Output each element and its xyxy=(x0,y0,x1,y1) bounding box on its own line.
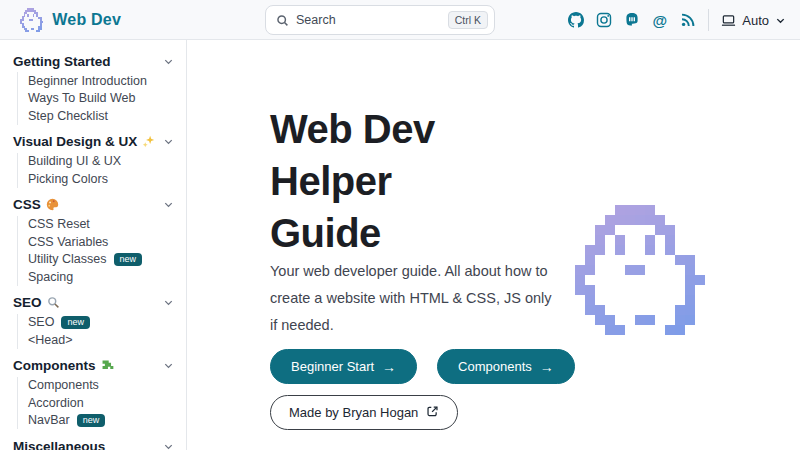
chevron-down-icon[interactable] xyxy=(163,360,174,371)
sidebar-item[interactable]: Building UI & UX xyxy=(18,153,174,171)
mastodon-icon[interactable] xyxy=(623,12,640,29)
sidebar-section: CSSCSS ResetCSS VariablesUtility Classes… xyxy=(13,194,174,286)
external-link-icon xyxy=(426,405,439,420)
button-label: Made by Bryan Hogan xyxy=(289,405,418,420)
sidebar-item[interactable]: CSS Reset xyxy=(18,216,174,234)
section-label: Visual Design & UX xyxy=(13,134,137,149)
sidebar-section-items: Beginner IntroductionWays To Build WebSt… xyxy=(17,72,174,125)
sidebar-section-title[interactable]: Getting Started xyxy=(13,50,174,72)
site-logo[interactable]: Web Dev xyxy=(20,0,121,40)
chevron-down-icon[interactable] xyxy=(163,441,174,450)
main-content: Web Dev Helper Guide Your web developer … xyxy=(187,40,800,450)
sidebar-section-items: SEOnew<Head> xyxy=(17,314,174,349)
header-divider xyxy=(708,9,709,31)
header-right: @ Auto xyxy=(567,0,786,40)
sidebar-section: SEOSEOnew<Head> xyxy=(13,292,174,349)
sidebar-item[interactable]: Picking Colors xyxy=(18,170,174,188)
puzzle-icon xyxy=(101,359,114,372)
sidebar-item[interactable]: Step Checklist xyxy=(18,107,174,125)
sidebar-item[interactable]: SEOnew xyxy=(18,314,174,332)
search-shortcut: Ctrl K xyxy=(448,11,488,29)
sidebar-section-title[interactable]: Visual Design & UX xyxy=(13,131,174,153)
social-links: @ xyxy=(567,12,696,29)
arrow-right-icon: → xyxy=(382,360,396,374)
section-label: Getting Started xyxy=(13,54,111,69)
new-badge: new xyxy=(114,253,143,266)
sidebar-item-label: CSS Reset xyxy=(28,217,90,231)
sidebar-item-label: Accordion xyxy=(28,396,84,410)
instagram-icon[interactable] xyxy=(595,12,612,29)
page-title: Web Dev Helper Guide xyxy=(270,103,435,259)
hero-buttons-primary: Beginner Start→Components→ xyxy=(270,349,575,384)
sidebar-item-label: Picking Colors xyxy=(28,172,108,186)
hero-tagline: Your web developer guide. All about how … xyxy=(270,258,562,339)
sidebar-item-label: Step Checklist xyxy=(28,109,108,123)
threads-icon[interactable]: @ xyxy=(651,12,668,29)
theme-toggle[interactable]: Auto xyxy=(721,13,786,28)
search-icon xyxy=(276,14,289,27)
sidebar-section-items: CSS ResetCSS VariablesUtility Classesnew… xyxy=(17,216,174,286)
sidebar-item-label: Building UI & UX xyxy=(28,154,121,168)
sidebar-item[interactable]: Beginner Introduction xyxy=(18,72,174,90)
pixel-penguin-mascot xyxy=(575,205,705,335)
beginner-start-button[interactable]: Beginner Start→ xyxy=(270,349,417,384)
sidebar-item-label: Spacing xyxy=(28,270,73,284)
magnifier-icon xyxy=(47,296,60,309)
sidebar-item-label: NavBar xyxy=(28,413,70,427)
palette-icon xyxy=(46,198,59,211)
sidebar-item-label: <Head> xyxy=(28,333,72,347)
rss-icon[interactable] xyxy=(679,12,696,29)
sidebar-item[interactable]: <Head> xyxy=(18,331,174,349)
arrow-right-icon: → xyxy=(540,360,554,374)
sidebar-item-label: SEO xyxy=(28,315,54,329)
site-title: Web Dev xyxy=(52,11,121,29)
sidebar-item[interactable]: Utility Classesnew xyxy=(18,251,174,269)
search-placeholder: Search xyxy=(296,13,441,27)
github-icon[interactable] xyxy=(567,12,584,29)
header: Web Dev Search Ctrl K @ Auto xyxy=(0,0,800,40)
sidebar-item-label: Components xyxy=(28,378,99,392)
sidebar-section-title[interactable]: CSS xyxy=(13,194,174,216)
laptop-icon xyxy=(721,13,736,28)
sparkles-icon xyxy=(142,135,155,148)
sidebar-item[interactable]: Accordion xyxy=(18,394,174,412)
hero-buttons-secondary: Made by Bryan Hogan xyxy=(270,395,458,430)
chevron-down-icon[interactable] xyxy=(163,136,174,147)
search-input[interactable]: Search Ctrl K xyxy=(265,5,495,35)
new-badge: new xyxy=(61,316,90,329)
sidebar-section-title[interactable]: SEO xyxy=(13,292,174,314)
sidebar-section-title[interactable]: Components xyxy=(13,355,174,377)
title-line-3: Guide xyxy=(270,207,435,259)
theme-label: Auto xyxy=(742,13,769,28)
sidebar-item[interactable]: NavBarnew xyxy=(18,412,174,430)
sidebar-item[interactable]: Spacing xyxy=(18,268,174,286)
chevron-down-icon[interactable] xyxy=(163,297,174,308)
button-label: Beginner Start xyxy=(291,359,374,374)
sidebar-item[interactable]: Components xyxy=(18,377,174,395)
section-label: Components xyxy=(13,358,96,373)
chevron-down-icon[interactable] xyxy=(163,199,174,210)
sidebar-section: Visual Design & UXBuilding UI & UXPickin… xyxy=(13,131,174,188)
sidebar-section: ComponentsComponentsAccordionNavBarnew xyxy=(13,355,174,430)
sidebar-item-label: Ways To Build Web xyxy=(28,91,135,105)
made-by-bryan-hogan-button[interactable]: Made by Bryan Hogan xyxy=(270,395,458,430)
sidebar-section-title[interactable]: Miscellaneous xyxy=(13,435,174,450)
sidebar: Getting StartedBeginner IntroductionWays… xyxy=(0,40,187,450)
section-label: SEO xyxy=(13,295,42,310)
title-line-2: Helper xyxy=(270,155,435,207)
button-label: Components xyxy=(458,359,532,374)
sidebar-section: MiscellaneousAboutStay Updated xyxy=(13,435,174,450)
new-badge: new xyxy=(77,414,106,427)
sidebar-item-label: Beginner Introduction xyxy=(28,74,147,88)
sidebar-item-label: CSS Variables xyxy=(28,235,108,249)
components-button[interactable]: Components→ xyxy=(437,349,575,384)
section-label: Miscellaneous xyxy=(13,439,105,450)
section-label: CSS xyxy=(13,197,41,212)
sidebar-item[interactable]: CSS Variables xyxy=(18,233,174,251)
sidebar-section: Getting StartedBeginner IntroductionWays… xyxy=(13,50,174,125)
title-line-1: Web Dev xyxy=(270,103,435,155)
chevron-down-icon xyxy=(775,15,786,26)
sidebar-item[interactable]: Ways To Build Web xyxy=(18,90,174,108)
sidebar-section-items: ComponentsAccordionNavBarnew xyxy=(17,377,174,430)
chevron-down-icon[interactable] xyxy=(163,56,174,67)
